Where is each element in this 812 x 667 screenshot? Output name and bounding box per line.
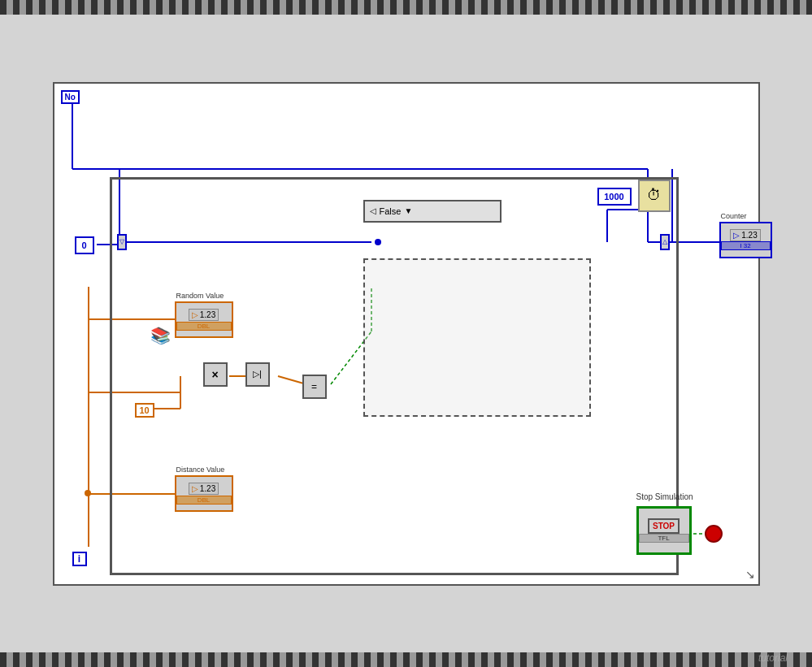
multiply-block[interactable]: × — [203, 362, 228, 387]
block-diagram-canvas[interactable]: No 0 ◁ False ▼ 1000 ⏱ ▽ △ — [53, 82, 760, 586]
distance-value-label: Distance Value — [176, 466, 232, 474]
corner-arrow-icon: ↘ — [745, 568, 755, 581]
distance-value-type: DBL — [176, 496, 232, 505]
timer-block[interactable]: ⏱ — [638, 180, 671, 212]
no-constant[interactable]: No — [61, 90, 80, 104]
loop-right-terminal: △ — [660, 234, 670, 250]
dropdown-arrow-icon[interactable]: ▼ — [404, 206, 412, 215]
counter-indicator[interactable]: Counter ▷ 1.23 I 32 — [719, 222, 772, 258]
stop-simulation-label: Stop Simulation — [636, 492, 693, 501]
distance-value-display: ▷ 1.23 — [189, 483, 219, 495]
zero-constant[interactable]: 0 — [75, 236, 94, 254]
distance-value-indicator[interactable]: Distance Value ▷ 1.23 DBL — [175, 475, 233, 512]
random-value-indicator[interactable]: Random Value ▷ 1.23 DBL — [175, 301, 233, 338]
counter-display: ▷ 1.23 — [730, 229, 760, 241]
shift-icon: ▷| — [253, 369, 262, 379]
loop-condition-box — [363, 258, 591, 417]
ten-constant[interactable]: 10 — [135, 403, 154, 418]
top-hatch-border — [0, 0, 812, 15]
info-icon[interactable]: i — [72, 552, 87, 566]
counter-label: Counter — [721, 212, 747, 220]
bottom-hatch-border — [0, 652, 812, 667]
stop-button[interactable]: STOP TFL — [636, 506, 692, 555]
false-selector[interactable]: ◁ False ▼ — [363, 200, 502, 223]
timer-icon: ⏱ — [647, 187, 662, 204]
assign-block[interactable]: = — [302, 375, 327, 399]
left-arrow-icon: ◁ — [370, 206, 376, 215]
counter-type: I 32 — [721, 241, 771, 250]
tutorial-logo: tutorial — [758, 652, 788, 664]
thousand-constant[interactable]: 1000 — [597, 188, 632, 206]
red-circle-button[interactable] — [705, 525, 723, 543]
random-value-display: ▷ 1.23 — [189, 309, 219, 321]
shift-register-block[interactable]: ▷| — [245, 362, 270, 387]
stop-button-text[interactable]: STOP — [648, 518, 680, 534]
random-value-type: DBL — [176, 322, 232, 331]
blue-node-selector — [375, 239, 381, 245]
gear-icon: 📚 — [150, 326, 171, 345]
orange-node-distance — [85, 490, 91, 496]
random-value-label: Random Value — [176, 292, 232, 300]
main-area: No 0 ◁ False ▼ 1000 ⏱ ▽ △ — [0, 15, 812, 652]
stop-tfl-label: TFL — [639, 534, 689, 543]
loop-left-terminal: ▽ — [117, 234, 127, 250]
